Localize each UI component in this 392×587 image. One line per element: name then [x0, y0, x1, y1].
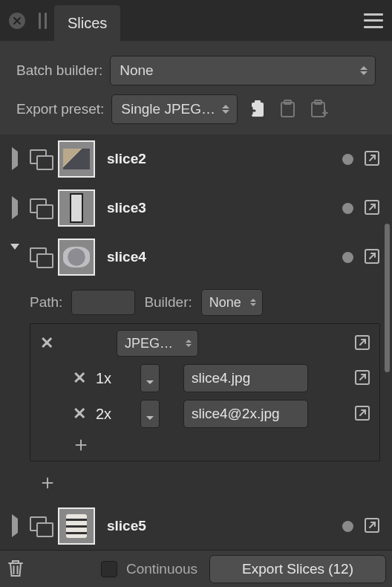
slice-name: slice4 — [107, 249, 146, 265]
slice-list: slice2 slice3 slice4 — [0, 134, 392, 550]
disclosure-toggle[interactable] — [6, 517, 24, 535]
remove-size-button[interactable]: ✕ — [71, 369, 88, 387]
add-preset-button[interactable] — [245, 97, 269, 121]
continuous-checkbox[interactable] — [101, 561, 117, 577]
path-input[interactable] — [71, 290, 135, 315]
slice-thumbnail — [58, 507, 95, 545]
export-preset-value: Single JPEG… — [121, 101, 215, 117]
formats-icon[interactable] — [30, 516, 52, 536]
open-external-button[interactable] — [354, 369, 372, 387]
export-preset-row: Export preset: Single JPEG… — [0, 90, 392, 129]
visibility-toggle[interactable] — [342, 154, 353, 165]
slice-thumbnail — [58, 189, 95, 227]
export-slices-button[interactable]: Export Slices (12) — [209, 555, 386, 583]
open-external-button[interactable] — [354, 334, 372, 352]
size-row: ✕ 2x slice4@2x.jpg — [38, 400, 372, 428]
window-close-button[interactable] — [9, 13, 25, 29]
slice-expand-panel: Path: Builder: None ✕ JPEG… — [0, 282, 392, 502]
export-button-label: Export Slices (12) — [242, 561, 353, 577]
formats-icon[interactable] — [30, 198, 52, 218]
batch-builder-label: Batch builder: — [16, 62, 102, 79]
builder-select[interactable]: None — [201, 289, 263, 316]
remove-size-button[interactable]: ✕ — [71, 405, 88, 423]
filename-input[interactable]: slice4.jpg — [183, 364, 308, 392]
footer: Continuous Export Slices (12) — [0, 550, 392, 587]
disclosure-toggle[interactable] — [6, 150, 24, 168]
builder-value: None — [209, 295, 241, 311]
open-external-button[interactable] — [364, 248, 382, 266]
panel-body: Batch builder: None Export preset: Singl… — [0, 41, 392, 550]
slice-name: slice3 — [107, 200, 146, 216]
export-preset-select[interactable]: Single JPEG… — [111, 94, 238, 124]
titlebar: Slices — [0, 0, 392, 41]
batch-builder-select[interactable]: None — [110, 56, 376, 85]
batch-builder-row: Batch builder: None — [0, 51, 392, 90]
formats-icon[interactable] — [30, 247, 52, 267]
scale-label: 2x — [96, 406, 133, 423]
open-external-button[interactable] — [364, 150, 382, 168]
path-label: Path: — [30, 294, 62, 311]
visibility-toggle[interactable] — [342, 203, 353, 214]
slice-row[interactable]: slice5 — [0, 502, 392, 550]
filename-value: slice4@2x.jpg — [192, 406, 280, 422]
paste-preset-button[interactable] — [307, 97, 331, 121]
export-preset-label: Export preset: — [16, 101, 104, 117]
visibility-toggle[interactable] — [342, 521, 353, 532]
scrollbar-thumb[interactable] — [385, 224, 390, 372]
tab-label: Slices — [68, 15, 107, 32]
svg-rect-1 — [255, 100, 261, 104]
window-pause-icon — [39, 13, 47, 29]
slice-name: slice5 — [107, 518, 146, 534]
continuous-label: Continuous — [126, 561, 197, 577]
tab-slices[interactable]: Slices — [54, 5, 120, 41]
slice-thumbnail — [58, 239, 95, 276]
remove-format-button[interactable]: ✕ — [38, 334, 56, 352]
filename-input[interactable]: slice4@2x.jpg — [183, 400, 308, 428]
batch-builder-value: None — [120, 62, 153, 79]
scale-select[interactable] — [140, 364, 160, 392]
scale-select[interactable] — [140, 400, 160, 428]
filename-value: slice4.jpg — [192, 370, 250, 386]
visibility-toggle[interactable] — [342, 252, 353, 263]
slice-thumbnail — [58, 140, 95, 178]
format-select[interactable]: JPEG… — [117, 330, 198, 357]
scale-label: 1x — [96, 370, 133, 387]
size-row: ✕ 1x slice4.jpg — [38, 364, 372, 392]
slice-row[interactable]: slice2 — [0, 134, 392, 184]
add-format-button[interactable]: ＋ — [37, 472, 58, 493]
open-external-button[interactable] — [364, 517, 382, 535]
slice-name: slice2 — [107, 151, 146, 167]
format-value: JPEG… — [125, 336, 173, 351]
copy-preset-button[interactable] — [276, 97, 300, 121]
slice-row[interactable]: slice4 — [0, 233, 392, 282]
disclosure-toggle[interactable] — [6, 199, 24, 217]
delete-button[interactable] — [6, 558, 28, 580]
open-external-button[interactable] — [354, 405, 372, 423]
add-size-button[interactable]: ＋ — [71, 434, 91, 455]
builder-label: Builder: — [144, 294, 192, 311]
formats-icon[interactable] — [30, 149, 52, 169]
panel-menu-button[interactable] — [364, 13, 383, 28]
format-box: ✕ JPEG… ✕ 1x — [30, 323, 380, 461]
slice-row[interactable]: slice3 — [0, 184, 392, 233]
open-external-button[interactable] — [364, 199, 382, 217]
disclosure-toggle[interactable] — [6, 248, 24, 266]
